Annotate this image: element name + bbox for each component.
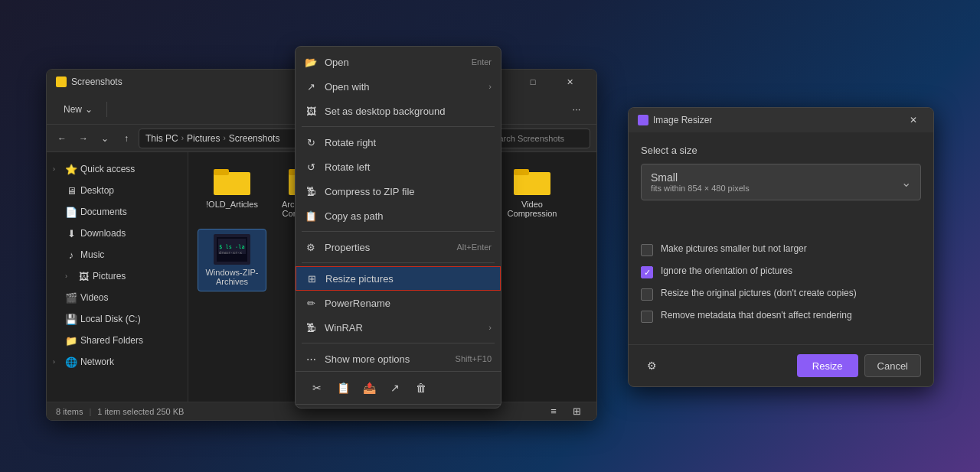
status-count: 8 items: [56, 407, 83, 416]
menu-item-rotateleft[interactable]: ↺ Rotate left: [296, 155, 501, 179]
checkbox-smaller[interactable]: [641, 244, 653, 256]
forward-button[interactable]: →: [74, 129, 93, 148]
sidebar-item-music[interactable]: ♪ Music: [47, 244, 188, 265]
folder-item-videocompression[interactable]: Video Compression: [498, 161, 567, 223]
sidebar-label-sharedfolders: Shared Folders: [80, 335, 143, 346]
checkbox-label-original: Resize the original pictures (don't crea…: [661, 288, 857, 298]
setdesktop-icon: 🖼: [305, 105, 317, 117]
resizepictures-icon: ⊞: [305, 272, 318, 285]
resize-button[interactable]: Resize: [797, 354, 858, 377]
network-icon: 🌐: [65, 356, 77, 368]
sidebar-item-downloads[interactable]: ⬇ Downloads: [47, 223, 188, 244]
checkbox-row-4: Remove metadata that doesn't affect rend…: [641, 310, 921, 323]
menu-item-powerrename[interactable]: ✏ PowerRename: [296, 291, 501, 315]
sidebar-label-network: Network: [80, 356, 114, 367]
copy-button[interactable]: 📋: [331, 376, 355, 400]
menu-label-openwith: Open with: [325, 81, 370, 93]
menu-label-copypath: Copy as path: [325, 210, 384, 222]
sidebar-item-network[interactable]: › 🌐 Network: [47, 351, 188, 373]
resizer-body: Select a size Small fits within 854 × 48…: [629, 132, 933, 344]
paste-button[interactable]: 📤: [357, 376, 381, 400]
dropdown-arrow-icon: ⌄: [901, 175, 911, 190]
svg-rect-9: [514, 169, 529, 175]
menu-item-copypath[interactable]: 📋 Copy as path: [296, 203, 501, 228]
menu-label-winrar: WinRAR: [325, 322, 363, 334]
back-button[interactable]: ←: [53, 129, 71, 148]
resizer-title-label: Image Resizer: [653, 115, 712, 125]
svg-text:$ ls -la: $ ls -la: [219, 244, 245, 250]
winrar-icon: 🗜: [305, 321, 317, 334]
explorer-window-title: Screenshots: [71, 76, 122, 87]
menu-item-compress[interactable]: 🗜 Compress to ZIP file: [296, 179, 501, 203]
menu-item-open[interactable]: 📂 Open Enter: [296, 50, 501, 74]
rotateleft-icon: ↺: [305, 161, 317, 173]
list-view-button[interactable]: ≡: [543, 401, 564, 422]
sidebar-item-sharedfolders[interactable]: 📁 Shared Folders: [47, 330, 188, 351]
checkbox-metadata[interactable]: [641, 311, 653, 323]
checkbox-row-1: Make pictures smaller but not larger: [641, 243, 921, 256]
folder-icon-title: [56, 76, 67, 87]
desktop-icon: 🖥: [65, 185, 77, 197]
folder-icon-videocompression: [514, 166, 550, 197]
checkbox-original[interactable]: [641, 288, 653, 301]
size-dropdown[interactable]: Small fits within 854 × 480 pixels ⌄: [641, 164, 921, 200]
openwith-arrow: ›: [488, 82, 492, 91]
folder-item-oldarticles[interactable]: !OLD_Articles: [198, 161, 266, 223]
menu-item-showmore[interactable]: ⋯ Show more options Shift+F10: [296, 347, 501, 371]
properties-icon: ⚙: [305, 241, 317, 253]
status-selected: 1 item selected 250 KB: [97, 407, 184, 416]
sidebar-item-localdisk[interactable]: 💾 Local Disk (C:): [47, 308, 188, 330]
sidebar-item-quickaccess[interactable]: › ⭐ Quick access: [47, 158, 188, 180]
sidebar-item-pictures[interactable]: › 🖼 Pictures: [47, 265, 188, 287]
menu-item-rotateright[interactable]: ↻ Rotate right: [296, 130, 501, 155]
close-button[interactable]: ✕: [552, 70, 587, 94]
sidebar-item-desktop[interactable]: 🖥 Desktop: [47, 180, 188, 201]
sharedfolders-icon: 📁: [65, 335, 77, 347]
open-icon: 📂: [305, 56, 317, 68]
maximize-button[interactable]: □: [515, 70, 550, 94]
resizer-title: Image Resizer: [638, 115, 712, 125]
powerrename-icon: ✏: [305, 297, 317, 309]
network-expand-icon: ›: [53, 358, 62, 366]
up-button[interactable]: ↑: [117, 129, 136, 148]
path-sep-2: ›: [223, 134, 225, 142]
grid-view-button[interactable]: ⊞: [566, 401, 587, 422]
view-buttons: ≡ ⊞: [543, 401, 587, 422]
checkbox-orientation[interactable]: [641, 266, 653, 278]
menu-item-resizepictures[interactable]: ⊞ Resize pictures: [296, 266, 501, 291]
menu-item-openwith[interactable]: ↗ Open with ›: [296, 74, 501, 99]
resizer-settings-button[interactable]: ⚙: [641, 355, 662, 376]
sidebar-item-videos[interactable]: 🎬 Videos: [47, 287, 188, 308]
sidebar-label-pictures: Pictures: [93, 271, 126, 282]
new-arrow: ⌄: [85, 104, 93, 115]
more-options-button[interactable]: ···: [566, 99, 587, 120]
menu-sep-1: [302, 126, 495, 127]
share-button[interactable]: ↗: [383, 376, 407, 400]
sidebar: › ⭐ Quick access 🖥 Desktop 📄 Documents ⬇…: [47, 152, 188, 402]
delete-button[interactable]: 🗑: [409, 376, 433, 400]
cut-button[interactable]: ✂: [305, 376, 329, 400]
properties-shortcut: Alt+Enter: [456, 243, 492, 252]
menu-item-winrar[interactable]: 🗜 WinRAR ›: [296, 315, 501, 340]
menu-sep-2: [302, 231, 495, 232]
size-subtitle: fits within 854 × 480 pixels: [651, 184, 901, 193]
checkbox-label-smaller: Make pictures smaller but not larger: [661, 243, 807, 254]
folder-item-windowszip[interactable]: $ ls -la drwxr-xr-x Windows-ZIP-Archives: [198, 229, 266, 291]
resizer-close-button[interactable]: ✕: [903, 109, 924, 131]
menu-label-rotateright: Rotate right: [325, 137, 376, 148]
up-arrow-button[interactable]: ⌄: [96, 129, 114, 148]
sidebar-item-documents[interactable]: 📄 Documents: [47, 201, 188, 223]
menu-item-properties[interactable]: ⚙ Properties Alt+Enter: [296, 235, 501, 259]
documents-icon: 📄: [65, 207, 77, 218]
menu-item-setdesktop[interactable]: 🖼 Set as desktop background: [296, 99, 501, 123]
new-button[interactable]: New ⌄: [56, 99, 100, 120]
path-part-screenshots: Screenshots: [229, 133, 280, 144]
openwith-icon: ↗: [305, 80, 317, 93]
menu-label-showmore: Show more options: [325, 353, 410, 365]
thumbnail-windowszip: $ ls -la drwxr-xr-x: [214, 234, 250, 265]
cancel-button[interactable]: Cancel: [864, 354, 921, 377]
svg-rect-8: [514, 172, 550, 195]
sidebar-label-desktop: Desktop: [80, 185, 114, 196]
sidebar-label-videos: Videos: [80, 292, 108, 303]
path-part-thispc: This PC: [145, 133, 178, 144]
